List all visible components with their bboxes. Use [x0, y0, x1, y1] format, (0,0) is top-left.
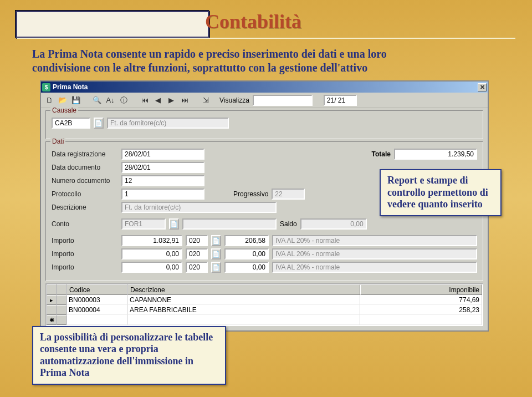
importo-1-cod[interactable]: [186, 235, 208, 246]
intro-text: La Prima Nota consente un rapido e preci…: [32, 47, 498, 75]
saldo-input: [300, 218, 367, 230]
data-doc-input[interactable]: [121, 162, 204, 173]
table-row-new[interactable]: ✱: [47, 315, 482, 325]
importo-2-lookup-icon[interactable]: 📄: [211, 248, 221, 259]
causale-lookup-icon[interactable]: 📄: [94, 118, 104, 129]
saldo-label: Saldo: [280, 220, 297, 228]
progressivo-label: Progressivo: [233, 190, 268, 198]
cell-imponibile: 774,69: [360, 295, 482, 305]
prev-record-icon[interactable]: ◀: [152, 94, 164, 106]
beni-grid[interactable]: Codice Descrizione Imponibile ▸ BN000003…: [45, 283, 483, 326]
grid-header: Codice Descrizione Imponibile: [47, 284, 482, 295]
causale-group: Causale 📄: [45, 110, 483, 139]
importo-2-iva: [272, 248, 477, 259]
data-reg-label: Data registrazione: [52, 150, 118, 158]
visualizza-label: Visualizza: [219, 96, 249, 104]
callout-left: La possibilità di personalizzare le tabe…: [32, 326, 226, 385]
window-title: Prima Nota: [53, 83, 478, 91]
title-underline: [17, 38, 515, 39]
protocollo-input[interactable]: [121, 189, 204, 200]
data-doc-label: Data documento: [52, 164, 118, 171]
table-row[interactable]: ▸ BN000003 CAPANNONE 774,69: [47, 295, 482, 305]
progressivo-input: [272, 189, 305, 200]
data-reg-input[interactable]: [121, 149, 204, 160]
row-marker-current-icon: ▸: [47, 295, 57, 305]
causale-legend: Causale: [50, 106, 78, 114]
cell-descrizione: CAPANNONE: [127, 295, 360, 305]
record-counter: [324, 95, 357, 106]
title-plaque: [16, 11, 209, 38]
descrizione-input: [121, 202, 277, 213]
sort-icon[interactable]: A↓: [104, 94, 116, 106]
col-imponibile: Imponibile: [360, 284, 482, 295]
toolbar: 🗋 📂 💾 🔍 A↓ ⓘ ⏮ ◀ ▶ ⏭ ⇲ Visualizza: [41, 93, 488, 108]
conto-code-input: [121, 218, 166, 230]
totale-input[interactable]: [394, 149, 477, 160]
window-titlebar: $ Prima Nota ✕: [41, 82, 488, 93]
find-icon[interactable]: 🔍: [91, 94, 103, 106]
importo-label: Importo: [52, 250, 118, 258]
last-record-icon[interactable]: ⏭: [178, 94, 191, 106]
conto-desc-input: [182, 218, 277, 230]
table-row[interactable]: BN000004 AREA FABBRICABILE 258,23: [47, 305, 482, 315]
importo-1-iva: [272, 235, 477, 246]
importo-2-cod[interactable]: [186, 248, 208, 259]
next-record-icon[interactable]: ▶: [165, 94, 177, 106]
visualizza-input[interactable]: [253, 95, 313, 106]
first-record-icon[interactable]: ⏮: [139, 94, 151, 106]
conto-label: Conto: [52, 220, 118, 228]
importo-label: Importo: [52, 263, 118, 271]
importo-row-3: Importo 📄: [52, 262, 477, 273]
importo-3-iva: [272, 262, 477, 273]
totale-label: Totale: [372, 150, 391, 158]
importo-3-val[interactable]: [224, 262, 269, 273]
importo-row-2: Importo 📄: [52, 248, 477, 259]
importo-3-cod[interactable]: [186, 262, 208, 273]
importo-row-1: Importo 📄: [52, 235, 477, 246]
callout-right: Report e stampe di controllo permettono …: [380, 169, 502, 216]
col-codice: Codice: [66, 284, 127, 295]
num-doc-input[interactable]: [121, 175, 204, 186]
exit-icon[interactable]: ⇲: [200, 94, 212, 106]
open-icon[interactable]: 📂: [57, 94, 69, 106]
close-button[interactable]: ✕: [478, 83, 487, 91]
cell-descrizione: AREA FABBRICABILE: [127, 305, 360, 315]
app-icon: $: [42, 83, 50, 91]
col-descrizione: Descrizione: [127, 284, 360, 295]
num-doc-label: Numero documento: [52, 177, 118, 185]
page-title: Contabilità: [205, 10, 301, 33]
importo-1[interactable]: [121, 235, 182, 246]
new-icon[interactable]: 🗋: [43, 94, 55, 106]
importo-2[interactable]: [121, 248, 182, 259]
cell-imponibile: 258,23: [360, 305, 482, 315]
row-marker-new-icon: ✱: [47, 315, 57, 325]
importo-1-lookup-icon[interactable]: 📄: [211, 235, 221, 246]
intro-line-2: condivisione con le altre funzioni, sopr…: [32, 62, 367, 74]
protocollo-label: Protocollo: [52, 190, 118, 198]
importo-3[interactable]: [121, 262, 182, 273]
importo-2-val[interactable]: [224, 248, 269, 259]
importo-3-lookup-icon[interactable]: 📄: [211, 262, 221, 273]
save-icon[interactable]: 💾: [70, 94, 82, 106]
conto-lookup-icon[interactable]: 📄: [169, 218, 179, 230]
cell-codice: BN000003: [66, 295, 127, 305]
info-icon[interactable]: ⓘ: [117, 94, 130, 106]
importo-1-val[interactable]: [224, 235, 269, 246]
dati-legend: Dati: [50, 138, 65, 145]
cell-codice: BN000004: [66, 305, 127, 315]
intro-line-1: La Prima Nota consente un rapido e preci…: [32, 48, 387, 60]
causale-code-input[interactable]: [52, 118, 90, 129]
causale-desc: [107, 118, 229, 129]
importo-label: Importo: [52, 237, 118, 245]
descrizione-label: Descrizione: [52, 203, 118, 211]
